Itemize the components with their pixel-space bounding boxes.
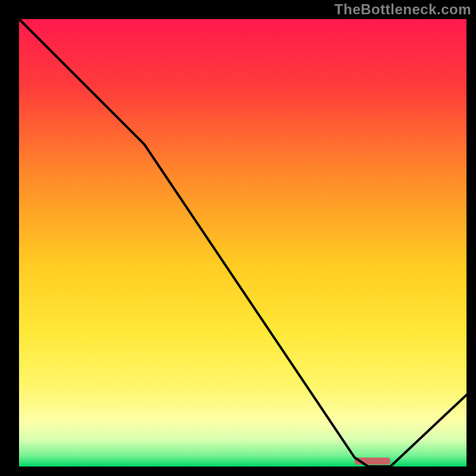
chart-container: { "watermark": "TheBottleneck.com", "cha… xyxy=(0,0,476,476)
bottleneck-chart xyxy=(0,0,476,476)
watermark-text: TheBottleneck.com xyxy=(334,1,471,18)
